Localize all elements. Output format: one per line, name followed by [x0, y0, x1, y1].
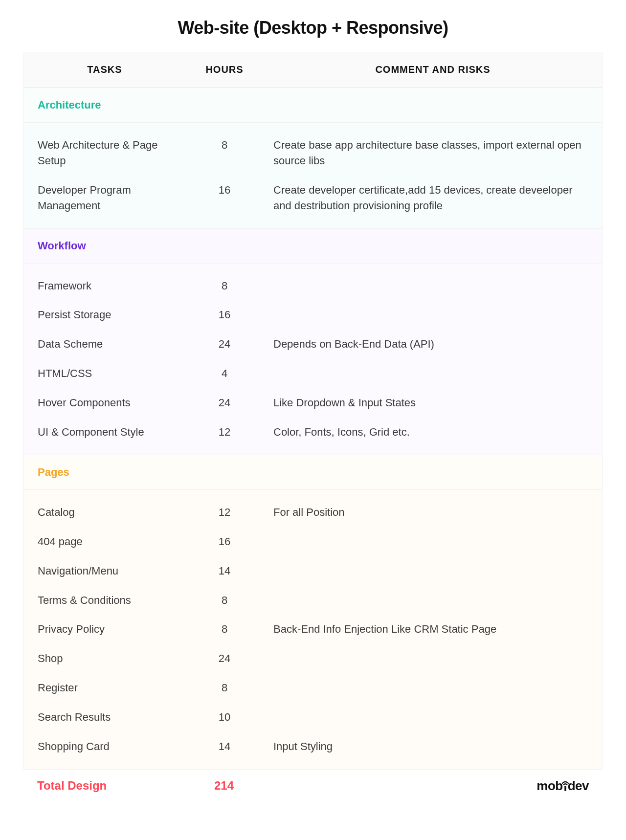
hours-cell: 14 [185, 556, 264, 586]
hours-cell: 8 [185, 615, 264, 644]
task-cell: Shopping Card [24, 732, 185, 761]
comment-cell [264, 586, 602, 599]
table-row: Hover Components24Like Dropdown & Input … [24, 388, 602, 418]
hours-cell: 8 [185, 673, 264, 703]
task-cell: Data Scheme [24, 330, 185, 359]
table-row: HTML/CSS4 [24, 359, 602, 388]
hours-cell: 16 [185, 176, 264, 205]
task-cell: Register [24, 673, 185, 703]
table-row: 404 page16 [24, 527, 602, 556]
section-header-workflow: Workflow [24, 228, 602, 264]
section-block-architecture: Web Architecture & Page Setup8Create bas… [24, 123, 602, 228]
estimate-table: TASKS HOURS COMMENT AND RISKS Architectu… [23, 52, 603, 770]
task-cell: UI & Component Style [24, 418, 185, 447]
task-cell: Persist Storage [24, 300, 185, 330]
table-row: Catalog12For all Position [24, 498, 602, 527]
table-row: UI & Component Style12Color, Fonts, Icon… [24, 418, 602, 447]
hours-cell: 16 [185, 300, 264, 330]
comment-cell: Like Dropdown & Input States [264, 388, 602, 418]
hours-cell: 4 [185, 359, 264, 388]
section-block-pages: Catalog12For all Position404 page16Navig… [24, 490, 602, 769]
comment-cell [264, 300, 602, 314]
hours-cell: 8 [185, 586, 264, 615]
table-row: Persist Storage16 [24, 300, 602, 330]
table-row: Data Scheme24Depends on Back-End Data (A… [24, 330, 602, 359]
brand-logo: mob dev [537, 778, 589, 794]
page-title: Web-site (Desktop + Responsive) [23, 18, 603, 38]
comment-cell [264, 359, 602, 373]
comment-cell [264, 271, 602, 285]
table-row: Shop24 [24, 644, 602, 673]
task-cell: Navigation/Menu [24, 556, 185, 586]
comment-cell [264, 703, 602, 716]
hours-cell: 24 [185, 644, 264, 673]
comment-cell: Input Styling [264, 732, 602, 761]
hours-cell: 8 [185, 131, 264, 160]
hours-cell: 24 [185, 388, 264, 418]
comment-cell: Create developer certificate,add 15 devi… [264, 176, 602, 221]
comment-cell: For all Position [264, 498, 602, 527]
task-cell: 404 page [24, 527, 185, 556]
hours-cell: 24 [185, 330, 264, 359]
task-cell: Terms & Conditions [24, 586, 185, 615]
hours-cell: 14 [185, 732, 264, 761]
total-design-label: Total Design [37, 779, 185, 793]
hours-cell: 12 [185, 418, 264, 447]
task-cell: Framework [24, 271, 185, 301]
table-row: Shopping Card14Input Styling [24, 732, 602, 761]
table-row: Register8 [24, 673, 602, 703]
comment-cell: Color, Fonts, Icons, Grid etc. [264, 418, 602, 447]
comment-cell [264, 527, 602, 541]
table-row: Developer Program Management16Create dev… [24, 176, 602, 221]
brand-text-prefix: mob [537, 778, 562, 794]
hours-cell: 8 [185, 271, 264, 301]
section-block-workflow: Framework8Persist Storage16Data Scheme24… [24, 264, 602, 455]
svg-rect-0 [564, 786, 566, 791]
brand-text-suffix: dev [568, 778, 589, 794]
comment-cell: Create base app architecture base classe… [264, 131, 602, 176]
task-cell: Shop [24, 644, 185, 673]
task-cell: Developer Program Management [24, 176, 185, 221]
total-design-value: 214 [185, 779, 263, 793]
table-row: Framework8 [24, 271, 602, 301]
section-header-architecture: Architecture [24, 88, 602, 123]
section-header-pages: Pages [24, 455, 602, 490]
task-cell: Catalog [24, 498, 185, 527]
comment-cell [264, 644, 602, 658]
hours-cell: 16 [185, 527, 264, 556]
table-row: Web Architecture & Page Setup8Create bas… [24, 131, 602, 176]
comment-cell [264, 556, 602, 570]
task-cell: Web Architecture & Page Setup [24, 131, 185, 176]
footer-row: Total Design 214 mob dev [23, 778, 603, 794]
task-cell: Privacy Policy [24, 615, 185, 644]
comment-cell: Depends on Back-End Data (API) [264, 330, 602, 359]
col-header-tasks: TASKS [24, 52, 185, 87]
table-row: Terms & Conditions8 [24, 586, 602, 615]
task-cell: Search Results [24, 703, 185, 732]
col-header-hours: HOURS [185, 52, 264, 87]
table-row: Privacy Policy8Back-End Info Enjection L… [24, 615, 602, 644]
comment-cell [264, 673, 602, 687]
table-header-row: TASKS HOURS COMMENT AND RISKS [24, 52, 602, 88]
table-row: Search Results10 [24, 703, 602, 732]
table-row: Navigation/Menu14 [24, 556, 602, 586]
hours-cell: 12 [185, 498, 264, 527]
task-cell: HTML/CSS [24, 359, 185, 388]
task-cell: Hover Components [24, 388, 185, 418]
comment-cell: Back-End Info Enjection Like CRM Static … [264, 615, 602, 644]
hours-cell: 10 [185, 703, 264, 732]
col-header-comment: COMMENT AND RISKS [264, 52, 602, 87]
